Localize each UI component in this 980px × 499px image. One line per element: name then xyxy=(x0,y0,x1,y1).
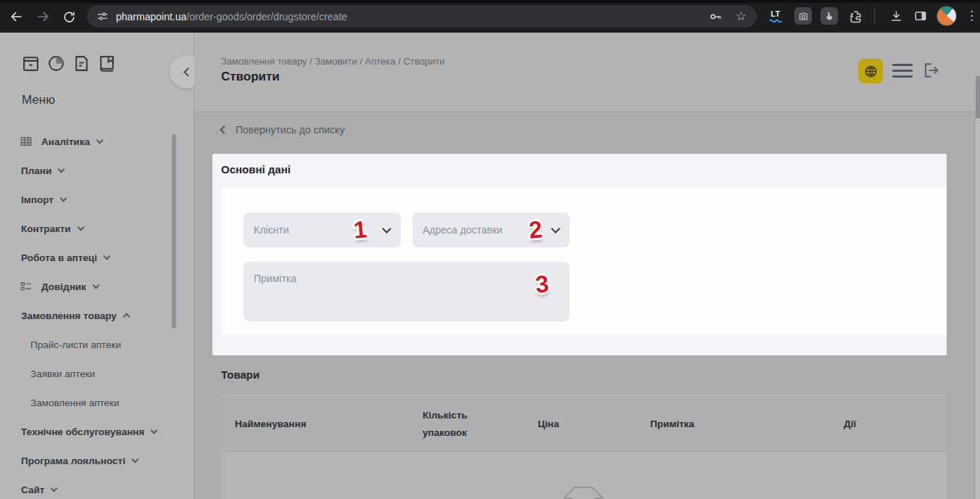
sidebar-item-label: Прайс-листи аптеки xyxy=(30,339,121,350)
sidebar-item-label: Технічне обслуговування xyxy=(21,426,144,437)
browser-forward-button[interactable] xyxy=(32,6,54,28)
language-button[interactable] xyxy=(858,59,883,83)
extension-screenshot[interactable] xyxy=(794,7,812,25)
app-logo xyxy=(22,54,116,73)
sidebar-item-label: Довідник xyxy=(41,281,86,292)
card-title: Основні дані xyxy=(221,163,291,176)
hamburger-icon xyxy=(892,70,913,72)
window-top-strip xyxy=(0,0,980,3)
side-panel-button[interactable] xyxy=(912,7,929,25)
puzzle-icon xyxy=(849,9,863,23)
book-icon xyxy=(98,54,116,73)
menu-title: Меню xyxy=(22,93,55,107)
note-placeholder: Примітка xyxy=(254,273,296,284)
chevron-down-icon xyxy=(77,224,84,231)
extension-languagetool[interactable]: LT xyxy=(767,7,784,25)
password-key-icon[interactable] xyxy=(708,9,723,24)
note-textarea[interactable]: Примітка xyxy=(244,262,570,321)
document-icon xyxy=(72,54,91,73)
column-header-name: Найменування xyxy=(235,416,307,433)
logout-button[interactable] xyxy=(921,61,940,83)
header-menu-button[interactable] xyxy=(892,64,913,81)
breadcrumb: Замовлення товару / Замовити / Аптека / … xyxy=(221,56,444,67)
annotation-marker-3: 3 xyxy=(534,270,550,298)
sidebar-item-pharmacy-work[interactable]: Робота в аптеці xyxy=(0,243,194,272)
browser-back-button[interactable] xyxy=(6,6,28,28)
back-link-label: Повернутись до списку xyxy=(236,124,344,136)
browser-reload-button[interactable] xyxy=(58,6,80,28)
column-header-price: Ціна xyxy=(538,416,559,433)
sidebar-item-loyalty[interactable]: Програма лояльності xyxy=(0,446,194,475)
annotation-marker-2: 2 xyxy=(528,215,544,244)
browser-profile-avatar[interactable] xyxy=(937,6,957,26)
url-domain: pharmapoint.ua xyxy=(116,11,186,22)
sidebar-item-import[interactable]: Імпорт xyxy=(0,185,194,214)
url-path: /order-goods/order/drugstore/create xyxy=(186,11,347,22)
url-text[interactable]: pharmapoint.ua/order-goods/order/drugsto… xyxy=(116,11,347,22)
chevron-down-icon xyxy=(59,195,67,202)
clients-select[interactable]: Клієнти xyxy=(244,213,401,247)
column-header-note: Примітка xyxy=(650,416,694,433)
chevron-down-icon xyxy=(382,224,391,234)
sidebar-item-goods-order[interactable]: Замовлення товару xyxy=(0,301,194,330)
main-scrollbar-thumb[interactable] xyxy=(976,76,980,118)
form-panel: Клієнти Адреса доставки Примітка xyxy=(221,187,947,335)
back-arrow-icon xyxy=(9,9,24,24)
annotation-marker-1: 1 xyxy=(352,215,368,244)
sidebar-item-plans[interactable]: Плани xyxy=(0,156,194,185)
site-settings-icon[interactable] xyxy=(96,10,109,22)
chevron-down-icon xyxy=(132,456,139,463)
extensions-menu-button[interactable] xyxy=(847,7,864,25)
empty-state-box-icon xyxy=(563,485,604,499)
column-header-pack-count: Кількість упаковок xyxy=(423,407,485,442)
archive-box-icon xyxy=(22,54,40,73)
back-to-list-link[interactable]: Повернутись до списку xyxy=(221,124,344,136)
url-bar[interactable]: pharmapoint.ua/order-goods/order/drugsto… xyxy=(87,5,757,28)
sidebar-item-maintenance[interactable]: Технічне обслуговування xyxy=(0,417,194,446)
toolbar-separator xyxy=(874,9,875,23)
logout-icon xyxy=(921,61,940,80)
sidebar-item-label: Сайт xyxy=(21,484,44,495)
downloads-button[interactable] xyxy=(887,7,905,25)
sidebar-item-requests[interactable]: Заявки аптеки xyxy=(0,359,194,388)
main-data-card: Основні дані Клієнти Адреса доставки При… xyxy=(212,154,947,355)
sidebar-item-label: Замовлення товару xyxy=(21,310,117,321)
main-scrollbar-track[interactable] xyxy=(976,76,980,499)
hamburger-icon xyxy=(892,64,913,66)
sidebar-item-label: Аналітика xyxy=(41,136,90,147)
sidebar-scrollbar[interactable] xyxy=(172,134,176,329)
sidebar-item-site[interactable]: Сайт xyxy=(0,475,194,499)
sidebar-item-label: Заявки аптеки xyxy=(30,368,95,379)
sidebar-item-label: Імпорт xyxy=(21,194,54,205)
browser-menu-button[interactable]: ⋮ xyxy=(966,8,978,24)
main-area: Замовлення товару / Замовити / Аптека / … xyxy=(194,33,980,499)
touch-cursor-icon xyxy=(824,11,834,21)
products-table-header: Найменування Кількість упаковок Ціна При… xyxy=(221,395,947,451)
globe-icon xyxy=(864,65,878,78)
sidebar-nav: Аналітика Плани Імпорт Контракти Робота … xyxy=(0,127,194,499)
reload-icon xyxy=(62,10,76,24)
sidebar-item-contracts[interactable]: Контракти xyxy=(0,214,194,243)
chevron-down-icon xyxy=(51,485,58,492)
delivery-address-select[interactable]: Адреса доставки xyxy=(412,213,570,247)
sidebar: Меню Аналітика Плани Імпорт Контракти Ро… xyxy=(0,33,194,499)
sidebar-item-directory[interactable]: Довідник xyxy=(0,272,194,301)
list-icon xyxy=(20,281,32,292)
sidebar-item-pricelists[interactable]: Прайс-листи аптеки xyxy=(0,330,194,359)
sidebar-item-label: Програма лояльності xyxy=(21,455,125,466)
sidebar-item-analytics[interactable]: Аналітика xyxy=(0,127,194,156)
download-icon xyxy=(889,9,903,23)
sidebar-item-pharmacy-orders[interactable]: Замовлення аптеки xyxy=(0,388,194,417)
app-window: Меню Аналітика Плани Імпорт Контракти Ро… xyxy=(0,33,980,499)
chevron-down-icon xyxy=(96,137,103,144)
products-table-body xyxy=(221,451,947,499)
hamburger-icon xyxy=(892,75,913,78)
chevron-down-icon xyxy=(92,282,99,289)
forward-arrow-icon xyxy=(36,9,50,24)
sidebar-item-label: Контракти xyxy=(21,223,71,234)
side-panel-icon xyxy=(914,9,927,22)
chevron-down-icon xyxy=(103,253,110,260)
bookmark-star-icon[interactable]: ☆ xyxy=(736,9,747,24)
extension-touch[interactable] xyxy=(821,7,838,25)
languagetool-label: LT xyxy=(771,10,781,18)
